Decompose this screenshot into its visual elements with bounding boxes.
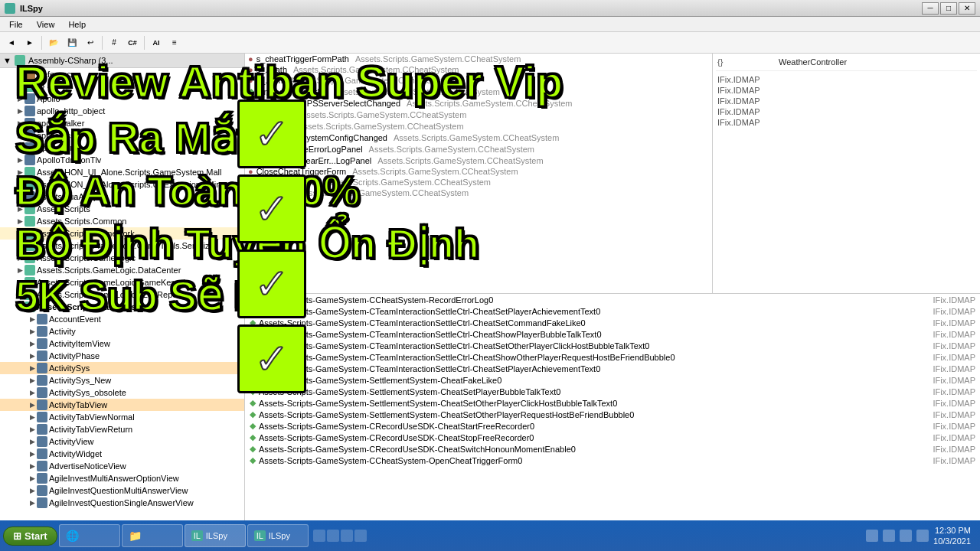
tree-item-assets-scripts-framework[interactable]: ▶ Assets.Scripts.Framework <box>0 227 244 240</box>
member-item-7[interactable]: ◆ OnCheatBySystemConfigChanged Assets.Sc… <box>245 132 712 143</box>
tree-item-activitysys-obsolete[interactable]: ▶ ActivitySys_obsolete <box>0 386 244 399</box>
bottom-item-12[interactable]: ◆ Assets-Scripts-GameSystem-CRecordUseSD… <box>245 432 980 443</box>
tree-item-activitytabview[interactable]: ▶ ActivityTabView <box>0 399 244 411</box>
tree-item-datacenter[interactable]: ▶ Assets.Scripts.GameLogic.DataCenter <box>0 264 244 276</box>
member-item-1[interactable]: ● s_..Path Assets.Scripts.GameSystem.CCh… <box>245 64 712 75</box>
member-item-2[interactable]: ● s_...Url Assets.Scripts.GameSystem.CCh… <box>245 75 712 86</box>
taskbar-extra-app-1[interactable] <box>313 530 325 542</box>
tree-item-apollotdr-nontlv[interactable]: ▶ ApolloTdr.NonTlv <box>0 154 244 166</box>
bottom-item-10[interactable]: ◆ Assets-Scripts-GameSystem-SettlementSy… <box>245 409 980 420</box>
bottom-label: Assets-Scripts-GameSystem-CTeamInteracti… <box>259 353 675 362</box>
tree-item-gamesystem[interactable]: ▼ Assets.Scripts.GameSystem <box>0 301 244 313</box>
bottom-item-9[interactable]: ◆ Assets-Scripts-GameSystem-SettlementSy… <box>245 397 980 409</box>
taskbar-extra-app-4[interactable] <box>354 530 367 542</box>
taskbar-ilspy-app-1[interactable]: IL ILSpy <box>185 524 246 547</box>
tree-item-activitywidget[interactable]: ▶ ActivityWidget <box>0 448 244 460</box>
menu-help[interactable]: Help <box>62 18 92 31</box>
tree-item-hon-mall[interactable]: ▶ Assets.HON_UI_Alone.Scripts.GameSystem… <box>0 166 244 178</box>
tree-item-activitysys[interactable]: ▶ ActivitySys <box>0 362 244 374</box>
start-button[interactable]: ⊞ Start <box>3 527 57 546</box>
clock-date: 10/3/2021 <box>933 536 971 546</box>
bottom-label: Assets-Scripts-GameSystem-SettlementSyst… <box>259 387 560 396</box>
member-item-4[interactable]: ◆ OnCheatOnIIPSServerSelectChanged Asset… <box>245 97 712 109</box>
tree-item-assets-scripts[interactable]: ▶ Assets.Scripts <box>0 203 244 215</box>
bottom-item-2[interactable]: ◆ Assets-Scripts-GameSystem-CTeamInterac… <box>245 317 980 328</box>
bottom-item-6[interactable]: ◆ Assets-Scripts-GameSystem-CTeamInterac… <box>245 363 980 374</box>
bottom-item-0[interactable]: ◆ Assets-Scripts-GameSystem-CCheatSystem… <box>245 294 980 305</box>
tree-item-agileinvest-multi[interactable]: ▶ AgileInvestMultiAnswerOptionView <box>0 472 244 484</box>
tree-item-advertisenotice[interactable]: ▶ AdvertiseNoticeView <box>0 460 244 472</box>
menu-file[interactable]: File <box>3 18 29 31</box>
tree-item-gamelogic[interactable]: ▶ Assets.Scripts.GameLogic <box>0 252 244 264</box>
tree-item-activitysys-new[interactable]: ▶ ActivitySys_New <box>0 374 244 386</box>
ns-icon <box>24 216 35 227</box>
bottom-item-4[interactable]: ◆ Assets-Scripts-GameSystem-CTeamInterac… <box>245 340 980 351</box>
bottom-item-11[interactable]: ◆ Assets-Scripts-GameSystem-CRecordUseSD… <box>245 420 980 432</box>
tree-item-assets-scripts-common[interactable]: ▶ Assets.Scripts.Common <box>0 215 244 227</box>
toolbar-sep-3 <box>144 36 145 50</box>
tree-item-lua[interactable]: ▶ Assets.LuaAdapter <box>0 191 244 203</box>
bottom-item-7[interactable]: ◆ Assets-Scripts-GameSystem-SettlementSy… <box>245 374 980 386</box>
member-item-5[interactable]: ◆ ...Select... Assets.Scripts.GameSystem… <box>245 109 712 120</box>
tree-item-apollo[interactable]: ▶ Apollo <box>0 93 244 105</box>
maximize-button[interactable]: □ <box>940 2 957 15</box>
tree-item-activitytabview-return[interactable]: ▶ ActivityTabViewReturn <box>0 423 244 435</box>
tree-item-tlogreport[interactable]: ▶ Assets.Scripts.GameLogic.TLogReport <box>0 289 244 301</box>
bottom-label: Assets-Scripts-GameSystem-CTeamInteracti… <box>259 364 600 373</box>
bottom-item-5[interactable]: ◆ Assets-Scripts-GameSystem-CTeamInterac… <box>245 351 980 363</box>
taskbar-ilspy-app-2[interactable]: IL ILSpy <box>247 524 309 547</box>
toolbar-forward[interactable]: ► <box>21 34 38 51</box>
bottom-item-14[interactable]: ◆ Assets-Scripts-GameSystem-CCheatSystem… <box>245 455 980 466</box>
tree-item-empty-ns[interactable]: ▶ { } - <box>0 80 244 93</box>
tree-item-apollotdr[interactable]: ▶ ApolloTdr <box>0 142 244 154</box>
tree-item-agileinvest-question-single[interactable]: ▶ AgileInvestQuestionSingleAnswerView <box>0 497 244 509</box>
tree-item-apollo-tss[interactable]: ▶ apollo_tss <box>0 129 244 142</box>
tree-label: ActivityTabViewReturn <box>49 425 132 434</box>
member-item-11[interactable]: ● OpenCheatForm Assets.Scripts.GameSyste… <box>245 177 712 187</box>
class-icon <box>37 387 47 398</box>
member-item-12[interactable]: ● CheatView Assets.Scripts.GameSystem.CC… <box>245 187 712 198</box>
tree-item-activity-phase[interactable]: ▶ ActivityPhase <box>0 350 244 362</box>
taskbar-folder[interactable]: 📁 <box>122 524 183 547</box>
member-item-6[interactable]: ◆ ...Block... Assets.Scripts.GameSystem.… <box>245 120 712 132</box>
menu-view[interactable]: View <box>31 18 61 31</box>
close-button[interactable]: ✕ <box>959 2 975 15</box>
class-icon <box>37 399 47 410</box>
member-item-0[interactable]: ● s_cheatTriggerFormPath Assets.Scripts.… <box>245 54 712 64</box>
tree-label: Assets.HON_UI_Alone.Scripts.UI.Extension… <box>37 180 245 189</box>
expand-all-icon[interactable]: ▼ <box>3 56 11 65</box>
taskbar-ie[interactable]: 🌐 <box>59 524 120 547</box>
toolbar-refresh[interactable]: ↩ <box>82 34 99 51</box>
tree-item-gamekernal[interactable]: ▶ Assets.Scripts.GameLogic.GameKernal <box>0 276 244 289</box>
clock-time: 12:30 PM <box>935 525 971 536</box>
toolbar-open[interactable]: 📂 <box>45 34 62 51</box>
member-item-10[interactable]: ● CloseCheatTriggerForm Assets.Scripts.G… <box>245 166 712 177</box>
bottom-item-1[interactable]: ◆ Assets-Scripts-GameSystem-CTeamInterac… <box>245 305 980 317</box>
toolbar-cs[interactable]: C# <box>124 34 141 51</box>
tree-item-assets-scripts-framework-serialize[interactable]: ▶ Assets.Scripts.Framework.GameTools.Ser… <box>0 240 244 252</box>
taskbar-extra-app-2[interactable] <box>327 530 339 542</box>
bottom-item-8[interactable]: ◆ Assets-Scripts-GameSystem-SettlementSy… <box>245 386 980 397</box>
toolbar-ai[interactable]: AI <box>148 34 165 51</box>
minimize-button[interactable]: ─ <box>922 2 939 15</box>
member-item-3[interactable]: ◆ OnCheatTriggerUp Assets.Scripts.GameSy… <box>245 86 712 97</box>
tree-item-apollo-talker[interactable]: ▶ apollo_talker <box>0 117 244 129</box>
toolbar-menu[interactable]: ≡ <box>166 34 183 51</box>
member-item-9[interactable]: ◆ OnCheatAppearErr...LogPanel Assets.Scr… <box>245 155 712 166</box>
tree-item-activity-itemview[interactable]: ▶ ActivityItemView <box>0 337 244 350</box>
tree-item-apollo-http[interactable]: ▶ apollo_http_object <box>0 105 244 117</box>
tree-item-activity[interactable]: ▶ Activity <box>0 325 244 337</box>
toolbar-hash[interactable]: # <box>106 34 122 51</box>
member-item-8[interactable]: ◆ OnCheatHideErrorLogPanel Assets.Script… <box>245 143 712 155</box>
taskbar-extra-app-3[interactable] <box>341 530 353 542</box>
tree-item-activitytabview-normal[interactable]: ▶ ActivityTabViewNormal <box>0 411 244 423</box>
toolbar-back[interactable]: ◄ <box>3 34 20 51</box>
tree-item-activityview[interactable]: ▶ ActivityView <box>0 435 244 448</box>
tree-item-references[interactable]: ▶ References <box>0 68 244 80</box>
toolbar-save[interactable]: 💾 <box>64 34 80 51</box>
bottom-item-3[interactable]: ◆ Assets-Scripts-GameSystem-CTeamInterac… <box>245 328 980 340</box>
tree-item-accountevent[interactable]: ▶ AccountEvent <box>0 313 244 325</box>
tree-item-agileinvest-question-multi[interactable]: ▶ AgileInvestQuestionMultiAnswerView <box>0 484 244 497</box>
bottom-item-13[interactable]: ◆ Assets-Scripts-GameSystem-CRecordUseSD… <box>245 443 980 455</box>
tree-item-hon-mirror[interactable]: ▶ Assets.HON_UI_Alone.Scripts.UI.Extensi… <box>0 178 244 191</box>
